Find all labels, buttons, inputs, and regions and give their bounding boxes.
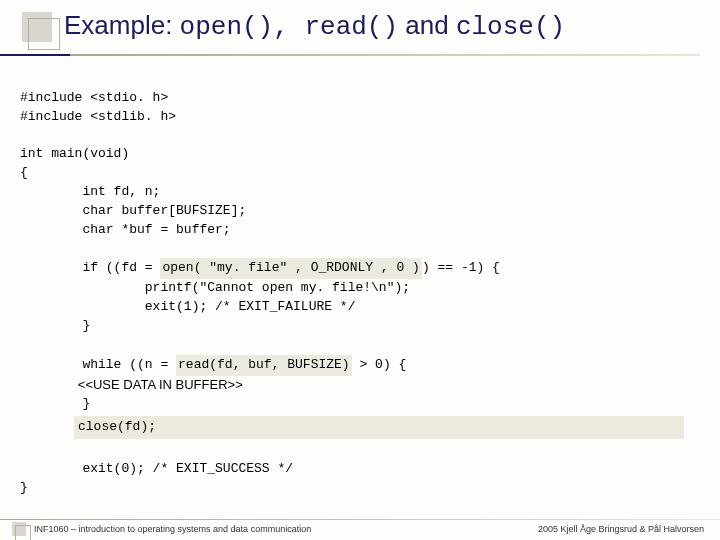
highlight-close-call: close(fd); xyxy=(74,416,684,439)
code-line: } xyxy=(20,318,90,333)
title-open: open() xyxy=(180,12,274,42)
code-line: printf("Cannot open my. file!\n"); xyxy=(20,280,410,295)
slide-title: Example: open(), read() and close() xyxy=(64,10,720,42)
code-block: #include <stdio. h> #include <stdlib. h>… xyxy=(0,60,720,498)
code-line: exit(0); /* EXIT_SUCCESS */ xyxy=(20,461,293,476)
code-line: #include <stdlib. h> xyxy=(20,109,176,124)
code-line: exit(1); /* EXIT_FAILURE */ xyxy=(20,299,355,314)
code-line: > 0) { xyxy=(352,357,407,372)
title-close: close() xyxy=(456,12,565,42)
title-prefix: Example: xyxy=(64,10,180,40)
code-line: if ((fd = xyxy=(20,260,160,275)
highlight-read-call: read(fd, buf, BUFSIZE) xyxy=(176,355,352,376)
code-line: char *buf = buffer; xyxy=(20,222,231,237)
title-read: read() xyxy=(304,12,398,42)
title-bar: Example: open(), read() and close() xyxy=(0,0,720,60)
title-underline xyxy=(0,54,700,56)
footer-left: INF1060 – introduction to operating syst… xyxy=(34,524,311,534)
code-line: #include <stdio. h> xyxy=(20,90,168,105)
footer-accent-icon xyxy=(12,522,26,536)
title-accent-icon xyxy=(22,12,52,42)
footer-right: 2005 Kjell Åge Bringsrud & Pål Halvorsen xyxy=(538,524,704,534)
title-sep1: , xyxy=(273,12,304,42)
code-line: } xyxy=(20,480,28,495)
footer-line xyxy=(0,519,720,520)
code-line: { xyxy=(20,165,28,180)
code-line: int fd, n; xyxy=(20,184,160,199)
code-line: while ((n = xyxy=(20,357,176,372)
code-line: char buffer[BUFSIZE]; xyxy=(20,203,246,218)
code-line: ) == -1) { xyxy=(422,260,500,275)
title-and: and xyxy=(398,10,456,40)
highlight-open-call: open( "my. file" , O_RDONLY , 0 ) xyxy=(160,258,421,279)
code-line: } xyxy=(20,396,90,411)
code-line: <<USE DATA IN BUFFER>> xyxy=(20,377,243,392)
code-line: int main(void) xyxy=(20,146,129,161)
